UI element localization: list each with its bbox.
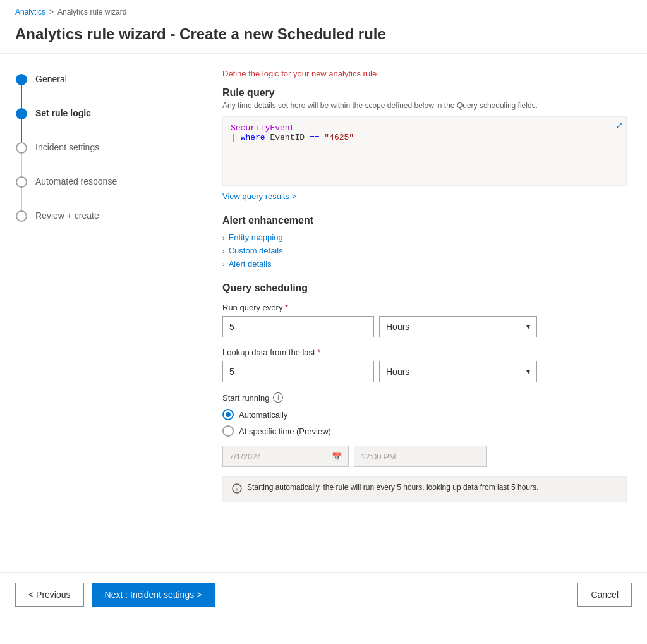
radio-specific-time-circle — [222, 425, 234, 437]
run-query-row: Hours ▾ — [222, 316, 627, 337]
lookup-data-row: Hours ▾ — [222, 361, 627, 382]
radio-specific-time-label: At specific time (Preview) — [239, 427, 331, 436]
date-input[interactable]: 7/1/2024 📅 — [222, 446, 349, 467]
radio-automatically[interactable]: Automatically — [222, 409, 627, 420]
alert-details-chevron: › — [222, 260, 225, 268]
rule-query-title: Rule query — [222, 87, 627, 99]
step-list: General Set rule logic Incident settings — [15, 74, 186, 243]
step-connector-automated-response — [15, 176, 28, 210]
time-input[interactable]: 12:00 PM — [354, 446, 487, 467]
entity-mapping-chevron: › — [222, 234, 225, 241]
step-connector-incident-settings — [15, 142, 28, 176]
step-connector-set-rule-logic — [15, 108, 28, 142]
breadcrumb-wizard: Analytics rule wizard — [57, 8, 126, 16]
radio-automatically-label: Automatically — [239, 410, 287, 420]
step-label-general: General — [35, 74, 67, 107]
step-line-incident-settings — [21, 154, 22, 176]
lookup-data-label: Lookup data from the last * — [222, 348, 627, 357]
lookup-data-unit-label: Hours — [386, 367, 409, 377]
step-dot-general — [16, 74, 27, 85]
entity-mapping-label: Entity mapping — [229, 233, 283, 242]
datetime-row: 7/1/2024 📅 12:00 PM — [222, 446, 627, 467]
radio-group-start-running: Automatically At specific time (Preview) — [222, 409, 627, 437]
run-query-required: * — [285, 303, 288, 312]
radio-specific-time[interactable]: At specific time (Preview) — [222, 425, 627, 437]
step-connector-general — [15, 74, 28, 108]
custom-details-item[interactable]: › Custom details — [222, 246, 627, 255]
svg-text:i: i — [236, 486, 238, 492]
step-label-automated-response: Automated response — [35, 176, 117, 209]
step-dot-incident-settings — [16, 142, 27, 154]
lookup-data-unit-chevron: ▾ — [526, 367, 530, 376]
radio-automatically-circle — [222, 409, 234, 420]
layout: General Set rule logic Incident settings — [0, 54, 647, 572]
run-query-unit-select[interactable]: Hours ▾ — [379, 316, 537, 337]
info-banner: i Starting automatically, the rule will … — [222, 476, 627, 502]
sidebar-item-automated-response[interactable]: Automated response — [15, 176, 186, 210]
step-label-review-create: Review + create — [35, 210, 99, 243]
alert-enhancement-title: Alert enhancement — [222, 215, 627, 226]
info-banner-icon: i — [232, 483, 242, 495]
footer: < Previous Next : Incident settings > Ca… — [0, 572, 647, 617]
step-connector-review-create — [15, 210, 28, 222]
lookup-data-required: * — [317, 348, 320, 357]
start-running-label: Start running i — [222, 392, 627, 403]
query-editor-wrapper: ⤢ SecurityEvent | where EventID == "4625… — [222, 116, 627, 186]
step-label-set-rule-logic: Set rule logic — [35, 108, 91, 141]
entity-mapping-item[interactable]: › Entity mapping — [222, 233, 627, 242]
date-value: 7/1/2024 — [229, 452, 262, 461]
alert-details-item[interactable]: › Alert details — [222, 259, 627, 269]
previous-button[interactable]: < Previous — [15, 583, 84, 607]
next-button[interactable]: Next : Incident settings > — [92, 583, 215, 607]
sidebar-item-set-rule-logic[interactable]: Set rule logic — [15, 108, 186, 142]
lookup-data-value-input[interactable] — [222, 361, 374, 382]
expand-icon[interactable]: ⤢ — [615, 120, 623, 130]
define-logic-text: Define the logic for your new analytics … — [222, 69, 627, 78]
step-line-automated-response — [21, 188, 22, 210]
custom-details-label: Custom details — [229, 246, 283, 255]
run-query-unit-chevron: ▾ — [526, 322, 530, 331]
cancel-button[interactable]: Cancel — [577, 583, 632, 607]
sidebar-item-general[interactable]: General — [15, 74, 186, 108]
step-dot-set-rule-logic — [16, 108, 27, 119]
sidebar-item-incident-settings[interactable]: Incident settings — [15, 142, 186, 176]
page-title: Analytics rule wizard - Create a new Sch… — [0, 20, 647, 53]
step-line-set-rule-logic — [21, 119, 22, 142]
calendar-icon: 📅 — [332, 452, 342, 461]
step-dot-automated-response — [16, 176, 27, 188]
breadcrumb-sep: > — [49, 8, 54, 16]
breadcrumb-analytics[interactable]: Analytics — [15, 8, 45, 16]
start-running-info-icon[interactable]: i — [273, 392, 283, 403]
query-editor[interactable]: SecurityEvent | where EventID == "4625" — [222, 116, 627, 186]
time-value: 12:00 PM — [361, 452, 396, 461]
sidebar-item-review-create[interactable]: Review + create — [15, 210, 186, 243]
info-banner-text: Starting automatically, the rule will ru… — [247, 483, 538, 492]
breadcrumb: Analytics > Analytics rule wizard — [0, 0, 647, 20]
step-line-general — [21, 85, 22, 108]
step-label-incident-settings: Incident settings — [35, 142, 99, 175]
query-scheduling-title: Query scheduling — [222, 283, 627, 294]
content-area: Define the logic for your new analytics … — [202, 54, 647, 572]
run-query-value-input[interactable] — [222, 316, 374, 337]
step-dot-review-create — [16, 210, 27, 222]
run-query-unit-label: Hours — [386, 322, 409, 332]
custom-details-chevron: › — [222, 247, 225, 255]
lookup-data-unit-select[interactable]: Hours ▾ — [379, 361, 537, 382]
alert-details-label: Alert details — [229, 259, 272, 269]
run-query-every-label: Run query every * — [222, 303, 627, 312]
view-query-results-link[interactable]: View query results > — [222, 191, 296, 201]
rule-query-subtitle: Any time details set here will be within… — [222, 101, 627, 110]
sidebar: General Set rule logic Incident settings — [0, 54, 202, 572]
